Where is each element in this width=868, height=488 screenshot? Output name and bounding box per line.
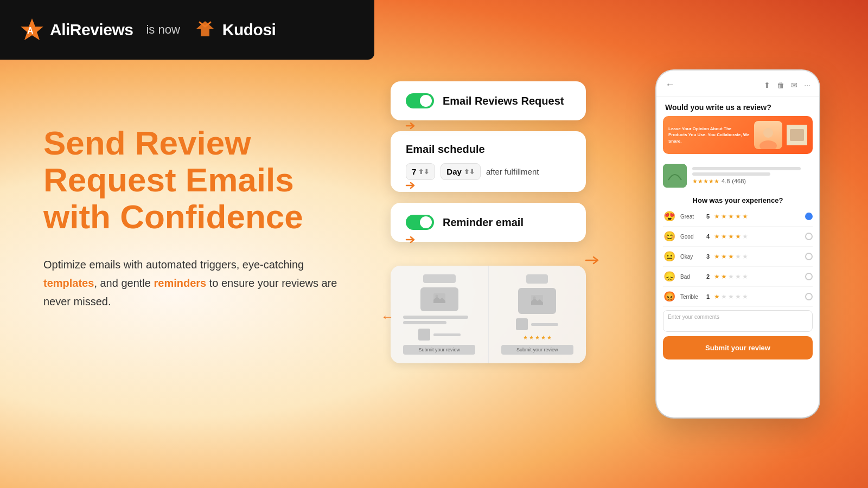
phone-back-btn[interactable]: ←: [665, 79, 675, 91]
navbar: A AliReviews is now Kudosi: [0, 0, 374, 60]
phone-comment-area: Enter your comments: [663, 310, 813, 332]
reminder-email-toggle[interactable]: [406, 215, 434, 230]
template-text-lines-1: [403, 316, 475, 324]
mail-icon[interactable]: ✉: [791, 81, 797, 89]
template-item-1: Submit your review: [391, 266, 489, 363]
comment-placeholder: Enter your comments: [668, 314, 808, 320]
template-logo-1: [423, 274, 456, 283]
svg-point-5: [533, 297, 536, 299]
template-image-2: [518, 288, 556, 314]
rating-good[interactable]: 😊 Good 4 ★★★★★: [663, 227, 813, 247]
template-stars-2: ★ ★ ★ ★ ★: [523, 335, 552, 341]
rating-options: 😍 Great 5 ★★★★★ 😊 Good 4 ★★★★★ 😐 Okay 3 …: [656, 207, 819, 307]
phone-title: Would you write us a review?: [656, 97, 819, 116]
phone-mockup: ← ⬆ 🗑 ✉ ··· Would you write us a review?…: [656, 70, 819, 418]
kudosi-text: Kudosi: [222, 21, 276, 39]
alireviews-icon: A: [20, 17, 44, 42]
phone-header-icons: ⬆ 🗑 ✉ ···: [764, 81, 810, 89]
more-icon[interactable]: ···: [804, 81, 810, 89]
hero-content: Send Review Request Emails with Confiden…: [43, 125, 347, 311]
svg-point-6: [763, 128, 773, 138]
templates-card: Submit your review ★ ★ ★ ★ ★ Submit your…: [391, 266, 586, 363]
rating-bad[interactable]: 😞 Bad 2 ★★★★★: [663, 267, 813, 287]
arrow-connector-2: [404, 179, 417, 194]
phone-arrow-connector: [585, 255, 601, 268]
cards-panel: Email Reviews Request Email schedule 7 ⬆…: [391, 81, 586, 253]
arrow-connector-1: [404, 119, 417, 134]
is-now-text: is now: [146, 23, 180, 37]
radio-good[interactable]: [805, 233, 813, 240]
banner-text: Leave Your Opinion About The Products Yo…: [668, 126, 750, 144]
phone-product-row: ★★★★★ 4.8 (468): [656, 159, 819, 192]
radio-great[interactable]: [805, 213, 813, 220]
svg-point-3: [435, 294, 438, 297]
schedule-row: 7 ⬆⬇ Day ⬆⬇ after fulfillment: [406, 163, 571, 180]
rating-okay[interactable]: 😐 Okay 3 ★★★★★: [663, 247, 813, 267]
reminder-email-label: Reminder email: [443, 216, 524, 229]
phone-submit-button[interactable]: Submit your review: [663, 336, 813, 359]
email-request-toggle[interactable]: [406, 93, 434, 108]
alireviews-logo: A AliReviews: [20, 17, 133, 42]
upload-icon[interactable]: ⬆: [764, 81, 770, 89]
rating-terrible[interactable]: 😡 Terrible 1 ★★★★★: [663, 287, 813, 307]
radio-okay[interactable]: [805, 253, 813, 260]
email-schedule-title: Email schedule: [406, 143, 571, 156]
product-rating: ★★★★★ 4.8 (468): [692, 178, 813, 185]
svg-point-7: [760, 140, 777, 149]
radio-bad[interactable]: [805, 273, 813, 280]
rating-great[interactable]: 😍 Great 5 ★★★★★: [663, 207, 813, 227]
email-request-card: Email Reviews Request: [391, 81, 586, 120]
schedule-suffix: after fulfillment: [486, 167, 539, 176]
svg-rect-9: [790, 129, 804, 141]
banner-person-image: [754, 121, 782, 149]
phone-header: ← ⬆ 🗑 ✉ ···: [656, 70, 819, 97]
banner-product-image: [787, 125, 807, 145]
arrow-connector-3: [404, 233, 417, 248]
email-schedule-card: Email schedule 7 ⬆⬇ Day ⬆⬇ after fulfill…: [391, 131, 586, 192]
template-image-1: [420, 287, 458, 311]
kudosi-icon: [193, 20, 217, 40]
phone-banner: Leave Your Opinion About The Products Yo…: [663, 116, 813, 154]
product-thumbnail: [663, 164, 687, 188]
trash-icon[interactable]: 🗑: [777, 81, 784, 89]
svg-rect-10: [663, 164, 687, 188]
templates-left-arrow: ←: [381, 309, 394, 324]
main-heading: Send Review Request Emails with Confiden…: [43, 125, 347, 236]
template-item-2: ★ ★ ★ ★ ★ Submit your review: [489, 266, 586, 363]
email-request-label: Email Reviews Request: [443, 95, 564, 107]
rating-section-title: How was your experience?: [656, 192, 819, 207]
kudosi-logo: Kudosi: [193, 20, 276, 40]
template-btn-2: Submit your review: [501, 345, 573, 355]
days-select[interactable]: 7 ⬆⬇: [406, 163, 435, 180]
template-btn-1: Submit your review: [403, 345, 475, 355]
unit-select[interactable]: Day ⬆⬇: [441, 163, 481, 180]
alireviews-text: AliReviews: [50, 21, 133, 39]
product-info: ★★★★★ 4.8 (468): [692, 167, 813, 185]
sub-description: Optimize emails with automated triggers,…: [43, 255, 347, 311]
template-logo-2: [526, 274, 548, 284]
reminder-email-card: Reminder email: [391, 203, 586, 242]
svg-text:A: A: [27, 26, 34, 35]
radio-terrible[interactable]: [805, 293, 813, 300]
